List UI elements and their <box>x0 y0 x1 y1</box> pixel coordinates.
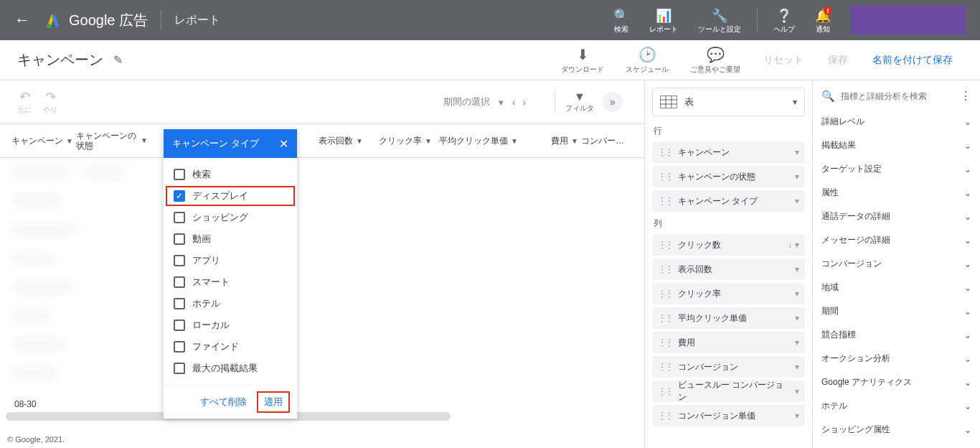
filter-option-label: アプリ <box>192 254 220 267</box>
col-conversions[interactable]: コンバー… <box>581 135 624 147</box>
drag-handle-icon: ⋮⋮ <box>658 264 672 274</box>
chip-label: キャンペーン タイプ <box>678 195 792 207</box>
filter-option-6[interactable]: ホテル <box>164 293 297 314</box>
chip-cols-chips-5[interactable]: ⋮⋮コンバージョン▾ <box>652 356 805 378</box>
reports-button[interactable]: 📊レポート <box>642 8 685 33</box>
download-button[interactable]: ⬇ダウンロード <box>552 46 613 75</box>
help-button[interactable]: ❔ヘルプ <box>766 8 802 33</box>
chip-label: クリック率 <box>678 288 792 300</box>
category-3[interactable]: 属性⌄ <box>819 181 974 205</box>
category-1[interactable]: 掲載結果⌄ <box>819 134 974 157</box>
filter-option-label: ローカル <box>192 319 230 332</box>
chip-cols-chips-3[interactable]: ⋮⋮平均クリック単価▾ <box>652 307 805 329</box>
clear-all-button[interactable]: すべて削除 <box>194 393 253 411</box>
col-ctr[interactable]: クリック率▼ <box>379 135 436 147</box>
period-selector[interactable]: 期間の選択 ▾ ‹ › <box>443 95 526 108</box>
tools-button[interactable]: 🔧ツールと設定 <box>691 8 748 33</box>
save-button[interactable]: 保存 <box>818 54 858 67</box>
checkbox-icon <box>174 298 185 309</box>
chip-cols-chips-0[interactable]: ⋮⋮クリック数↓▾ <box>652 234 805 256</box>
category-label: ショッピング属性 <box>821 424 890 436</box>
category-6[interactable]: コンバージョン⌄ <box>819 252 974 276</box>
reset-button[interactable]: リセット <box>753 54 814 67</box>
sort-down-icon: ↓ <box>788 240 792 250</box>
filter-option-9[interactable]: 最大の掲載結果 <box>164 358 297 379</box>
chip-cols-chips-7[interactable]: ⋮⋮コンバージョン単価▾ <box>652 405 805 426</box>
brand-text: Google 広告 <box>69 11 148 30</box>
notifications-button[interactable]: 🔔!通知 <box>808 8 838 33</box>
view-type-selector[interactable]: 表 ▾ <box>652 88 805 116</box>
period-next[interactable]: › <box>522 96 526 108</box>
copyright: © Google, 2021. <box>7 435 65 444</box>
category-8[interactable]: 期間⌄ <box>819 299 974 323</box>
category-label: 地域 <box>821 281 839 294</box>
chevron-down-icon: ⌄ <box>964 307 971 317</box>
category-12[interactable]: ホテル⌄ <box>819 394 974 418</box>
undo-button[interactable]: ↶元に <box>17 89 32 115</box>
drag-handle-icon: ⋮⋮ <box>658 289 672 299</box>
category-5[interactable]: メッセージの詳細⌄ <box>819 228 974 252</box>
chip-rows-chips-0[interactable]: ⋮⋮キャンペーン▾ <box>652 141 805 163</box>
double-chevron-right-icon: » <box>610 96 616 108</box>
filter-option-2[interactable]: ショッピング <box>164 207 297 228</box>
filter-option-3[interactable]: 動画 <box>164 228 297 250</box>
filter-option-7[interactable]: ローカル <box>164 314 297 336</box>
close-icon[interactable]: ✕ <box>279 137 288 151</box>
filter-option-8[interactable]: ファインド <box>164 336 297 358</box>
category-label: 属性 <box>821 187 839 199</box>
category-7[interactable]: 地域⌄ <box>819 276 974 299</box>
filter-button[interactable]: ▼フィルタ <box>565 90 594 113</box>
category-label: ターゲット設定 <box>821 163 882 175</box>
filter-option-4[interactable]: アプリ <box>164 250 297 271</box>
search-button[interactable]: 🔍検索 <box>606 8 636 33</box>
more-menu-icon[interactable]: ⋮ <box>960 89 971 103</box>
col-avg-cpc[interactable]: 平均クリック単価▼ <box>439 135 525 147</box>
filter-option-5[interactable]: スマート <box>164 271 297 293</box>
feedback-button[interactable]: 💬ご意見やご要望 <box>682 46 749 75</box>
checkbox-icon: ✓ <box>174 190 185 202</box>
chip-cols-chips-6[interactable]: ⋮⋮ビュースルー コンバージョン▾ <box>652 381 805 402</box>
category-2[interactable]: ターゲット設定⌄ <box>819 157 974 181</box>
category-label: オークション分析 <box>821 353 890 365</box>
brand-area[interactable]: Google 広告 <box>44 11 148 30</box>
chevron-down-icon: ▾ <box>795 147 799 157</box>
period-prev[interactable]: ‹ <box>512 96 516 108</box>
filter-option-1[interactable]: ✓ディスプレイ <box>166 187 294 205</box>
redo-button[interactable]: ↷やり <box>43 89 57 115</box>
drag-handle-icon: ⋮⋮ <box>658 362 672 372</box>
google-ads-logo-icon <box>44 11 62 29</box>
save-as-button[interactable]: 名前を付けて保存 <box>862 54 963 67</box>
category-9[interactable]: 競合指標⌄ <box>819 323 974 347</box>
col-status[interactable]: キャンペーンの状態▼ <box>76 131 148 151</box>
col-impressions[interactable]: 表示回数▼ <box>319 135 376 147</box>
back-arrow-icon[interactable]: ← <box>14 11 30 29</box>
chat-icon: 💬 <box>707 46 725 63</box>
expand-panel-toggle[interactable]: » <box>603 92 623 112</box>
category-10[interactable]: オークション分析⌄ <box>819 347 974 370</box>
col-cost[interactable]: 費用▼ <box>528 135 578 147</box>
chevron-down-icon: ⌄ <box>964 141 971 151</box>
filter-option-label: ファインド <box>192 340 239 353</box>
schedule-button[interactable]: 🕑スケジュール <box>617 46 677 75</box>
chip-cols-chips-4[interactable]: ⋮⋮費用▾ <box>652 332 805 353</box>
chip-cols-chips-1[interactable]: ⋮⋮表示回数▾ <box>652 258 805 280</box>
category-11[interactable]: Google アナリティクス⌄ <box>819 370 974 394</box>
chip-label: 表示回数 <box>678 263 792 276</box>
chevron-down-icon: ▾ <box>793 97 797 107</box>
chip-cols-chips-2[interactable]: ⋮⋮クリック率▾ <box>652 283 805 304</box>
metrics-search-input[interactable] <box>841 91 954 101</box>
chip-rows-chips-2[interactable]: ⋮⋮キャンペーン タイプ▾ <box>652 190 805 212</box>
category-0[interactable]: 詳細レベル⌄ <box>819 110 974 134</box>
category-14[interactable]: 品質スコア⌄ <box>819 442 974 448</box>
category-13[interactable]: ショッピング属性⌄ <box>819 418 974 442</box>
edit-title-icon[interactable]: ✎ <box>113 53 123 67</box>
filter-option-0[interactable]: 検索 <box>164 164 297 185</box>
category-4[interactable]: 通話データの詳細⌄ <box>819 205 974 228</box>
chip-label: コンバージョン単価 <box>678 410 792 422</box>
col-campaign[interactable]: キャンペーン▼ <box>11 135 73 147</box>
campaign-type-filter-popup: キャンペーン タイプ ✕ 検索✓ディスプレイショッピング動画アプリスマートホテル… <box>164 129 297 419</box>
apply-button[interactable]: 適用 <box>258 393 288 411</box>
chip-rows-chips-1[interactable]: ⋮⋮キャンペーンの状態▾ <box>652 166 805 187</box>
category-label: Google アナリティクス <box>821 376 912 388</box>
account-switcher[interactable] <box>851 6 966 34</box>
